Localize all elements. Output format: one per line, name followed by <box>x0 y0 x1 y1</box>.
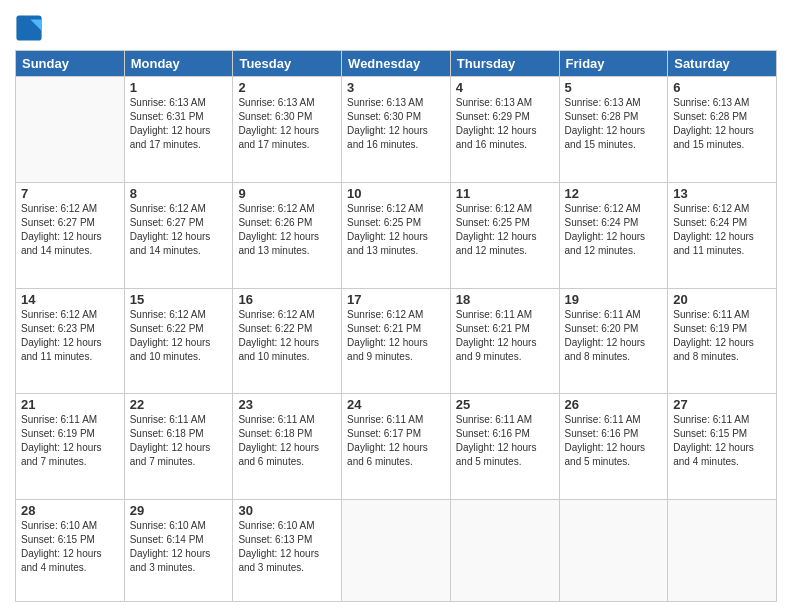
day-number: 5 <box>565 80 663 95</box>
day-info: Sunrise: 6:10 AM Sunset: 6:13 PM Dayligh… <box>238 519 336 575</box>
page: SundayMondayTuesdayWednesdayThursdayFrid… <box>0 0 792 612</box>
day-info: Sunrise: 6:10 AM Sunset: 6:15 PM Dayligh… <box>21 519 119 575</box>
day-info: Sunrise: 6:12 AM Sunset: 6:22 PM Dayligh… <box>238 308 336 364</box>
day-number: 23 <box>238 397 336 412</box>
calendar-cell <box>342 500 451 602</box>
calendar-cell: 29Sunrise: 6:10 AM Sunset: 6:14 PM Dayli… <box>124 500 233 602</box>
calendar-cell: 5Sunrise: 6:13 AM Sunset: 6:28 PM Daylig… <box>559 77 668 183</box>
day-number: 26 <box>565 397 663 412</box>
day-info: Sunrise: 6:12 AM Sunset: 6:25 PM Dayligh… <box>347 202 445 258</box>
calendar-cell: 22Sunrise: 6:11 AM Sunset: 6:18 PM Dayli… <box>124 394 233 500</box>
day-number: 21 <box>21 397 119 412</box>
day-info: Sunrise: 6:12 AM Sunset: 6:24 PM Dayligh… <box>673 202 771 258</box>
calendar-cell: 16Sunrise: 6:12 AM Sunset: 6:22 PM Dayli… <box>233 288 342 394</box>
day-info: Sunrise: 6:13 AM Sunset: 6:31 PM Dayligh… <box>130 96 228 152</box>
day-number: 15 <box>130 292 228 307</box>
svg-rect-0 <box>16 15 41 40</box>
calendar-week-5: 28Sunrise: 6:10 AM Sunset: 6:15 PM Dayli… <box>16 500 777 602</box>
calendar-cell: 7Sunrise: 6:12 AM Sunset: 6:27 PM Daylig… <box>16 182 125 288</box>
calendar-cell: 9Sunrise: 6:12 AM Sunset: 6:26 PM Daylig… <box>233 182 342 288</box>
header <box>15 10 777 42</box>
day-number: 2 <box>238 80 336 95</box>
day-number: 1 <box>130 80 228 95</box>
calendar-cell <box>668 500 777 602</box>
day-info: Sunrise: 6:12 AM Sunset: 6:27 PM Dayligh… <box>130 202 228 258</box>
day-number: 18 <box>456 292 554 307</box>
day-number: 16 <box>238 292 336 307</box>
day-number: 24 <box>347 397 445 412</box>
calendar-cell: 17Sunrise: 6:12 AM Sunset: 6:21 PM Dayli… <box>342 288 451 394</box>
day-number: 29 <box>130 503 228 518</box>
day-number: 28 <box>21 503 119 518</box>
weekday-header-tuesday: Tuesday <box>233 51 342 77</box>
day-number: 9 <box>238 186 336 201</box>
calendar-cell: 23Sunrise: 6:11 AM Sunset: 6:18 PM Dayli… <box>233 394 342 500</box>
calendar-cell: 8Sunrise: 6:12 AM Sunset: 6:27 PM Daylig… <box>124 182 233 288</box>
weekday-header-friday: Friday <box>559 51 668 77</box>
day-info: Sunrise: 6:11 AM Sunset: 6:21 PM Dayligh… <box>456 308 554 364</box>
day-number: 13 <box>673 186 771 201</box>
day-number: 14 <box>21 292 119 307</box>
calendar-table: SundayMondayTuesdayWednesdayThursdayFrid… <box>15 50 777 602</box>
calendar-header-row: SundayMondayTuesdayWednesdayThursdayFrid… <box>16 51 777 77</box>
day-number: 27 <box>673 397 771 412</box>
day-info: Sunrise: 6:13 AM Sunset: 6:30 PM Dayligh… <box>347 96 445 152</box>
day-info: Sunrise: 6:12 AM Sunset: 6:27 PM Dayligh… <box>21 202 119 258</box>
calendar-cell: 21Sunrise: 6:11 AM Sunset: 6:19 PM Dayli… <box>16 394 125 500</box>
day-info: Sunrise: 6:10 AM Sunset: 6:14 PM Dayligh… <box>130 519 228 575</box>
calendar-cell: 20Sunrise: 6:11 AM Sunset: 6:19 PM Dayli… <box>668 288 777 394</box>
day-number: 20 <box>673 292 771 307</box>
day-info: Sunrise: 6:13 AM Sunset: 6:28 PM Dayligh… <box>673 96 771 152</box>
calendar-week-3: 14Sunrise: 6:12 AM Sunset: 6:23 PM Dayli… <box>16 288 777 394</box>
day-info: Sunrise: 6:11 AM Sunset: 6:16 PM Dayligh… <box>565 413 663 469</box>
weekday-header-wednesday: Wednesday <box>342 51 451 77</box>
day-info: Sunrise: 6:11 AM Sunset: 6:19 PM Dayligh… <box>21 413 119 469</box>
calendar-week-4: 21Sunrise: 6:11 AM Sunset: 6:19 PM Dayli… <box>16 394 777 500</box>
day-number: 22 <box>130 397 228 412</box>
calendar-cell: 11Sunrise: 6:12 AM Sunset: 6:25 PM Dayli… <box>450 182 559 288</box>
day-info: Sunrise: 6:12 AM Sunset: 6:22 PM Dayligh… <box>130 308 228 364</box>
weekday-header-thursday: Thursday <box>450 51 559 77</box>
calendar-cell: 10Sunrise: 6:12 AM Sunset: 6:25 PM Dayli… <box>342 182 451 288</box>
day-number: 7 <box>21 186 119 201</box>
calendar-cell <box>450 500 559 602</box>
day-info: Sunrise: 6:12 AM Sunset: 6:23 PM Dayligh… <box>21 308 119 364</box>
day-number: 12 <box>565 186 663 201</box>
calendar-cell: 28Sunrise: 6:10 AM Sunset: 6:15 PM Dayli… <box>16 500 125 602</box>
day-info: Sunrise: 6:12 AM Sunset: 6:21 PM Dayligh… <box>347 308 445 364</box>
day-info: Sunrise: 6:11 AM Sunset: 6:19 PM Dayligh… <box>673 308 771 364</box>
day-number: 8 <box>130 186 228 201</box>
day-number: 3 <box>347 80 445 95</box>
calendar-cell: 27Sunrise: 6:11 AM Sunset: 6:15 PM Dayli… <box>668 394 777 500</box>
day-info: Sunrise: 6:11 AM Sunset: 6:18 PM Dayligh… <box>238 413 336 469</box>
logo <box>15 14 45 42</box>
day-info: Sunrise: 6:12 AM Sunset: 6:25 PM Dayligh… <box>456 202 554 258</box>
day-info: Sunrise: 6:13 AM Sunset: 6:30 PM Dayligh… <box>238 96 336 152</box>
day-info: Sunrise: 6:13 AM Sunset: 6:29 PM Dayligh… <box>456 96 554 152</box>
weekday-header-monday: Monday <box>124 51 233 77</box>
weekday-header-sunday: Sunday <box>16 51 125 77</box>
calendar-cell: 18Sunrise: 6:11 AM Sunset: 6:21 PM Dayli… <box>450 288 559 394</box>
calendar-cell: 25Sunrise: 6:11 AM Sunset: 6:16 PM Dayli… <box>450 394 559 500</box>
calendar-week-1: 1Sunrise: 6:13 AM Sunset: 6:31 PM Daylig… <box>16 77 777 183</box>
calendar-cell: 15Sunrise: 6:12 AM Sunset: 6:22 PM Dayli… <box>124 288 233 394</box>
calendar-cell: 12Sunrise: 6:12 AM Sunset: 6:24 PM Dayli… <box>559 182 668 288</box>
day-number: 4 <box>456 80 554 95</box>
day-info: Sunrise: 6:11 AM Sunset: 6:18 PM Dayligh… <box>130 413 228 469</box>
day-info: Sunrise: 6:11 AM Sunset: 6:20 PM Dayligh… <box>565 308 663 364</box>
day-info: Sunrise: 6:12 AM Sunset: 6:26 PM Dayligh… <box>238 202 336 258</box>
day-info: Sunrise: 6:11 AM Sunset: 6:17 PM Dayligh… <box>347 413 445 469</box>
day-number: 11 <box>456 186 554 201</box>
calendar-cell: 19Sunrise: 6:11 AM Sunset: 6:20 PM Dayli… <box>559 288 668 394</box>
day-number: 6 <box>673 80 771 95</box>
day-number: 10 <box>347 186 445 201</box>
calendar-cell <box>16 77 125 183</box>
day-info: Sunrise: 6:12 AM Sunset: 6:24 PM Dayligh… <box>565 202 663 258</box>
day-number: 17 <box>347 292 445 307</box>
calendar-cell: 26Sunrise: 6:11 AM Sunset: 6:16 PM Dayli… <box>559 394 668 500</box>
day-info: Sunrise: 6:11 AM Sunset: 6:15 PM Dayligh… <box>673 413 771 469</box>
day-number: 30 <box>238 503 336 518</box>
calendar-cell: 13Sunrise: 6:12 AM Sunset: 6:24 PM Dayli… <box>668 182 777 288</box>
calendar-cell: 6Sunrise: 6:13 AM Sunset: 6:28 PM Daylig… <box>668 77 777 183</box>
calendar-cell: 4Sunrise: 6:13 AM Sunset: 6:29 PM Daylig… <box>450 77 559 183</box>
